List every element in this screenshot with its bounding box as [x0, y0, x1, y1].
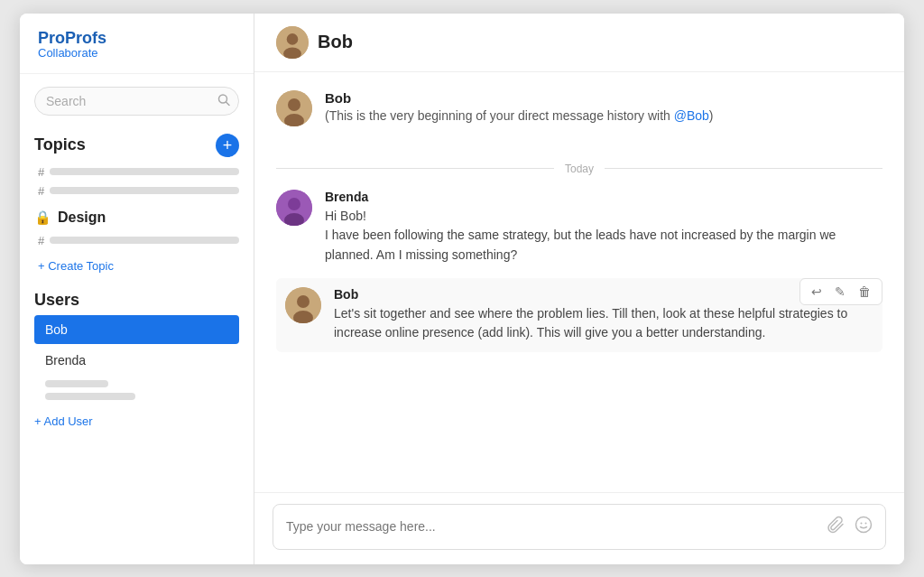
svg-point-6: [288, 98, 300, 111]
svg-point-3: [287, 33, 299, 45]
chat-input-wrap: [273, 504, 886, 550]
svg-line-1: [226, 102, 230, 106]
message-text: Hi Bob! I have been following the same s…: [325, 207, 882, 265]
message-content: Brenda Hi Bob! I have been following the…: [325, 190, 882, 265]
design-header: 🔒 Design: [34, 209, 239, 226]
chat-body: Bob (This is the very beginning of your …: [254, 72, 904, 492]
message-text: Let's sit together and see where the pro…: [334, 304, 873, 343]
topic-bar: [50, 237, 239, 244]
table-row: Brenda Hi Bob! I have been following the…: [276, 190, 882, 265]
user-bar: [45, 380, 108, 387]
users-title: Users: [34, 291, 239, 310]
logo-pro: Pro: [38, 29, 65, 47]
message-sender: Brenda: [325, 190, 882, 204]
topics-title: Topics: [34, 135, 86, 154]
logo-collaborate: Collaborate: [38, 47, 236, 60]
users-section: Users Bob Brenda: [20, 282, 254, 405]
add-user-link[interactable]: + Add User: [20, 409, 254, 437]
date-divider: Today: [276, 163, 882, 175]
divider-text: Today: [565, 163, 594, 175]
divider-line: [605, 168, 882, 169]
avatar: [276, 190, 312, 226]
search-input[interactable]: [34, 87, 239, 116]
topics-header: Topics +: [34, 134, 239, 157]
input-icons: [827, 516, 873, 538]
main-content: Bob Bob (This is the very beginning of y…: [254, 14, 904, 564]
lock-icon: 🔒: [34, 209, 51, 226]
logo-profs: Profs: [65, 29, 106, 47]
topic-bar: [50, 187, 239, 194]
chat-header-name: Bob: [318, 32, 353, 52]
chat-header: Bob: [254, 14, 904, 72]
edit-button[interactable]: ✎: [831, 283, 849, 301]
svg-point-12: [297, 295, 310, 308]
reply-button[interactable]: ↩: [808, 283, 826, 301]
table-row: Bob Let's sit together and see where the…: [276, 278, 882, 352]
message-sender: Bob: [334, 287, 873, 302]
create-topic-link[interactable]: + Create Topic: [20, 254, 254, 282]
avatar: [276, 90, 312, 126]
emoji-icon[interactable]: [855, 516, 873, 538]
add-topic-button[interactable]: +: [216, 134, 239, 157]
topic-bar: [50, 168, 239, 175]
logo: ProProfs Collaborate: [20, 14, 254, 74]
divider-line: [276, 168, 554, 169]
sidebar: ProProfs Collaborate Topics + #: [20, 14, 254, 564]
svg-point-14: [856, 517, 872, 532]
history-message-body: (This is the very beginning of your dire…: [325, 108, 714, 123]
message-content: Bob Let's sit together and see where the…: [334, 287, 873, 343]
mention: @Bob: [674, 108, 709, 123]
message-input[interactable]: [286, 519, 827, 534]
svg-point-9: [288, 198, 300, 210]
sidebar-item-bob[interactable]: Bob: [34, 315, 239, 344]
history-section: Bob (This is the very beginning of your …: [276, 90, 882, 144]
list-item[interactable]: #: [34, 231, 239, 250]
app-container: ProProfs Collaborate Topics + #: [20, 14, 904, 564]
sidebar-item-brenda[interactable]: Brenda: [34, 346, 239, 375]
history-sender-name: Bob: [325, 90, 714, 106]
attachment-icon[interactable]: [827, 516, 845, 538]
history-text: Bob (This is the very beginning of your …: [325, 90, 714, 123]
topics-section: Topics + # #: [20, 125, 254, 204]
design-title: Design: [58, 209, 106, 226]
search-icon: [217, 93, 230, 108]
delete-button[interactable]: 🗑: [855, 283, 874, 301]
avatar: [285, 287, 321, 323]
list-item[interactable]: #: [34, 181, 239, 200]
design-section: 🔒 Design #: [20, 204, 254, 254]
svg-point-16: [865, 522, 867, 524]
message-actions: ↩ ✎ 🗑: [799, 278, 882, 305]
user-bar: [45, 393, 135, 400]
list-item[interactable]: #: [34, 163, 239, 181]
svg-point-15: [861, 522, 863, 524]
search-field-wrap: [34, 87, 239, 116]
avatar: [276, 26, 309, 59]
chat-input-area: [254, 492, 904, 564]
